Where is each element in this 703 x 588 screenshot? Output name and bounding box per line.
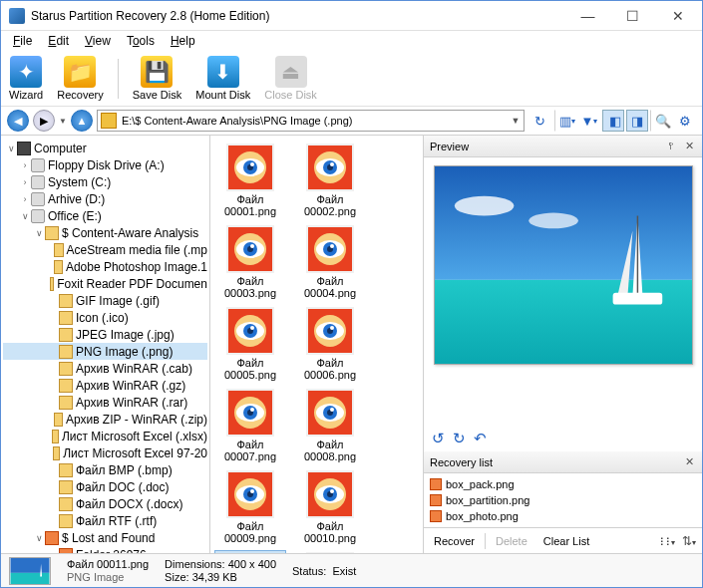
file-item[interactable]: Файл 00003.png xyxy=(214,223,286,301)
list-view-icon[interactable]: ⫶⫶▾ xyxy=(658,534,676,548)
menu-edit[interactable]: Edit xyxy=(40,32,77,50)
file-item[interactable]: Файл 00004.png xyxy=(294,223,366,301)
file-item[interactable]: Файл 00011.png xyxy=(214,550,286,553)
file-item[interactable]: Файл 00012.png xyxy=(294,550,366,553)
svg-point-62 xyxy=(454,196,514,216)
recovery-list-item[interactable]: box_photo.png xyxy=(430,508,696,524)
mount-disk-button[interactable]: ⬇ Mount Disk xyxy=(195,56,250,101)
recovery-list-item[interactable]: box_pack.png xyxy=(430,476,696,492)
file-item[interactable]: Файл 00009.png xyxy=(214,468,286,546)
status-filename: Файл 00011.png xyxy=(67,558,149,570)
nav-history-dropdown[interactable]: ▼ xyxy=(59,117,67,126)
maximize-button[interactable]: ☐ xyxy=(610,2,655,30)
close-button[interactable]: ✕ xyxy=(655,2,700,30)
nav-up-button[interactable]: ▲ xyxy=(71,110,93,132)
tree-content-aware[interactable]: ∨$ Content-Aware Analysis xyxy=(3,224,207,241)
tree-arhive[interactable]: ›Arhive (D:) xyxy=(3,190,207,207)
tree-item[interactable]: Файл DOC (.doc) xyxy=(3,478,207,495)
tree-item[interactable]: Файл DOCX (.docx) xyxy=(3,495,207,512)
menu-view[interactable]: View xyxy=(77,32,119,50)
panel-toggle-1[interactable]: ◧ xyxy=(602,110,624,132)
svg-point-9 xyxy=(330,162,334,166)
preview-pin-icon[interactable]: ⫯ xyxy=(664,140,678,153)
tree-item[interactable]: GIF Image (.gif) xyxy=(3,292,207,309)
minimize-button[interactable]: — xyxy=(565,2,610,30)
file-item[interactable]: Файл 00006.png xyxy=(294,305,366,383)
tree-item[interactable]: Архив ZIP - WinRAR (.zip) xyxy=(3,411,207,428)
tree-floppy[interactable]: ›Floppy Disk Drive (A:) xyxy=(3,156,207,173)
status-filetype: PNG Image xyxy=(67,571,149,583)
wizard-button[interactable]: ✦ Wizard xyxy=(9,56,43,101)
menu-tools[interactable]: Tools xyxy=(119,32,163,50)
svg-rect-61 xyxy=(435,280,692,364)
rotate-right-icon[interactable]: ↻ xyxy=(453,430,466,447)
tree-item[interactable]: Icon (.ico) xyxy=(3,309,207,326)
menu-file[interactable]: File xyxy=(5,32,40,50)
file-label: Файл 00004.png xyxy=(296,275,364,299)
tree-item[interactable]: Архив WinRAR (.rar) xyxy=(3,394,207,411)
file-item[interactable]: Файл 00005.png xyxy=(214,305,286,383)
clear-list-button[interactable]: Clear List xyxy=(537,533,595,549)
file-thumbnail-icon xyxy=(306,470,354,518)
svg-point-44 xyxy=(250,489,254,493)
tree-item[interactable]: Лист Microsoft Excel 97-20 xyxy=(3,444,207,461)
tree-item[interactable]: JPEG Image (.jpg) xyxy=(3,326,207,343)
file-thumbnail-icon xyxy=(226,470,274,518)
refresh-button[interactable]: ↻ xyxy=(528,110,550,132)
tree-office[interactable]: ∨Office (E:) xyxy=(3,207,207,224)
list-sort-icon[interactable]: ⇅▾ xyxy=(680,534,698,548)
file-thumbnail-icon xyxy=(306,389,354,437)
file-grid[interactable]: Файл 00001.pngФайл 00002.pngФайл 00003.p… xyxy=(210,136,423,553)
nav-forward-button[interactable]: ▶ xyxy=(33,110,55,132)
tree-item[interactable]: Файл RTF (.rtf) xyxy=(3,512,207,529)
save-disk-button[interactable]: 💾 Save Disk xyxy=(133,56,182,101)
app-icon xyxy=(9,8,25,24)
recover-button[interactable]: Recover xyxy=(428,533,481,549)
tree-item[interactable]: AceStream media file (.mp xyxy=(3,241,207,258)
svg-point-39 xyxy=(330,408,334,412)
tree-computer[interactable]: ∨Computer xyxy=(3,140,207,156)
address-bar[interactable]: ▼ xyxy=(97,110,525,132)
options-button[interactable]: ⚙ xyxy=(674,110,696,132)
preview-close-icon[interactable]: ✕ xyxy=(682,140,696,153)
recovery-list-close-icon[interactable]: ✕ xyxy=(682,455,696,469)
tree-item[interactable]: Adobe Photoshop Image.1 xyxy=(3,258,207,275)
rotate-left-icon[interactable]: ↺ xyxy=(432,430,445,447)
nav-back-button[interactable]: ◀ xyxy=(7,110,29,132)
recovery-list-item[interactable]: box_partition.png xyxy=(430,492,696,508)
tree-item[interactable]: ›Folder 26976 xyxy=(3,546,207,553)
tree-item-png[interactable]: PNG Image (.png) xyxy=(3,343,207,360)
panel-toggle-2[interactable]: ◨ xyxy=(626,110,648,132)
recovery-button[interactable]: 📁 Recovery xyxy=(57,56,103,101)
rotate-180-icon[interactable]: ↶ xyxy=(474,430,487,447)
view-mode-button[interactable]: ▥▾ xyxy=(554,110,576,132)
folder-tree[interactable]: ∨Computer ›Floppy Disk Drive (A:) ›Syste… xyxy=(1,136,210,553)
tree-system[interactable]: ›System (C:) xyxy=(3,173,207,190)
file-item[interactable]: Файл 00007.png xyxy=(214,387,286,464)
svg-rect-67 xyxy=(11,572,50,583)
svg-point-29 xyxy=(330,326,334,330)
menu-help[interactable]: Help xyxy=(163,32,203,50)
tree-item[interactable]: Лист Microsoft Excel (.xlsx) xyxy=(3,428,207,444)
search-button[interactable]: 🔍 xyxy=(650,110,672,132)
status-thumbnail xyxy=(9,557,51,585)
tree-item[interactable]: Архив WinRAR (.cab) xyxy=(3,360,207,377)
file-label: Файл 00007.png xyxy=(216,439,284,462)
tree-lost-found[interactable]: ∨$ Lost and Found xyxy=(3,529,207,546)
file-item[interactable]: Файл 00008.png xyxy=(294,387,366,464)
tree-item[interactable]: Foxit Reader PDF Documen xyxy=(3,275,207,292)
address-dropdown[interactable]: ▼ xyxy=(508,116,524,126)
file-item[interactable]: Файл 00010.png xyxy=(294,468,366,546)
wizard-icon: ✦ xyxy=(10,56,42,88)
filter-button[interactable]: ▼▾ xyxy=(578,110,600,132)
file-thumbnail-icon xyxy=(306,307,354,355)
file-item[interactable]: Файл 00002.png xyxy=(294,142,366,219)
file-item[interactable]: Файл 00001.png xyxy=(214,142,286,219)
file-thumbnail-icon xyxy=(306,144,354,191)
recovery-list-body[interactable]: box_pack.pngbox_partition.pngbox_photo.p… xyxy=(424,473,702,527)
tree-item[interactable]: Файл BMP (.bmp) xyxy=(3,461,207,478)
file-label: Файл 00002.png xyxy=(296,193,364,217)
tree-item[interactable]: Архив WinRAR (.gz) xyxy=(3,377,207,394)
address-input[interactable] xyxy=(120,115,508,127)
status-bar: Файл 00011.png PNG Image Dimensions: 400… xyxy=(1,553,702,587)
